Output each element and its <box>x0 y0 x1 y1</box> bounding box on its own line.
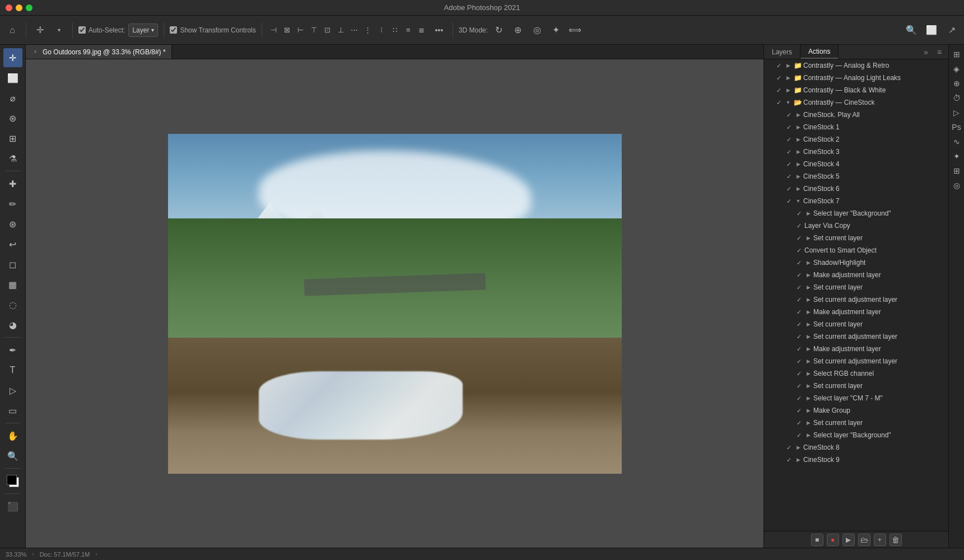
expand-select-cm7[interactable]: ▶ <box>804 394 812 402</box>
3d-move-icon[interactable]: ✦ <box>548 22 564 38</box>
move-tool-icon[interactable]: ✛ <box>32 22 48 38</box>
folder-button[interactable]: 🗁 <box>858 534 870 546</box>
expand-cinestock7[interactable]: ▼ <box>794 197 802 205</box>
expand-shadow-highlight[interactable]: ▶ <box>804 259 812 267</box>
crop-tool[interactable]: ⊞ <box>3 129 22 148</box>
action-item-make-adj-3[interactable]: ✓ ▶ Make adjustment layer <box>764 343 948 355</box>
active-tab[interactable]: × Go Outdoors 99.jpg @ 33.3% (RGB/8#) * <box>26 45 172 59</box>
action-item-make-adj-1[interactable]: ✓ ▶ Make adjustment layer <box>764 269 948 281</box>
align-left-icon[interactable]: ⊣ <box>268 24 280 36</box>
expand-select-bg-2[interactable]: ▶ <box>804 431 812 439</box>
layers-tab[interactable]: Layers <box>764 45 800 59</box>
export-strip-icon[interactable]: ⊞ <box>951 165 963 177</box>
distribute-top-icon[interactable]: ∷ <box>389 24 401 36</box>
tab-close-button[interactable]: × <box>31 48 39 56</box>
action-item-cinestock4[interactable]: ✓ ▶ CineStock 4 <box>764 158 948 170</box>
expand-play-all[interactable]: ▶ <box>794 111 802 119</box>
action-item-cinestock9[interactable]: ✓ ▶ CineStock 9 <box>764 454 948 466</box>
action-item-cinestock1[interactable]: ✓ ▶ CineStock 1 <box>764 121 948 133</box>
expand-select-rgb[interactable]: ▶ <box>804 370 812 377</box>
align-center-v-icon[interactable]: ⊡ <box>322 24 334 36</box>
expand-set-layer-1[interactable]: ▶ <box>804 234 812 242</box>
3d-roll-icon[interactable]: ◎ <box>529 22 545 38</box>
expand-set-adj-2[interactable]: ▶ <box>804 333 812 340</box>
move-tool[interactable]: ✛ <box>3 48 22 67</box>
action-item-select-background[interactable]: ✓ ▶ Select layer "Background" <box>764 207 948 220</box>
path-select-tool[interactable]: ▷ <box>3 381 22 400</box>
action-item-convert-smart[interactable]: ✓ Convert to Smart Object <box>764 244 948 256</box>
heal-tool[interactable]: ✚ <box>3 174 22 193</box>
paths-strip-icon[interactable]: ∿ <box>951 136 963 148</box>
action-group-analog-retro[interactable]: ✓ ▶ 📁 Contrastly — Analog & Retro <box>764 59 948 72</box>
expand-light-leaks[interactable]: ▶ <box>784 74 792 82</box>
action-group-light-leaks[interactable]: ✓ ▶ 📁 Contrastly — Analog Light Leaks <box>764 72 948 84</box>
align-right-icon[interactable]: ⊢ <box>295 24 307 36</box>
action-item-select-background-2[interactable]: ✓ ▶ Select layer "Background" <box>764 429 948 441</box>
expand-cinestock2[interactable]: ▶ <box>794 136 802 143</box>
close-button[interactable] <box>6 4 12 11</box>
actions-tab[interactable]: Actions <box>800 45 839 59</box>
align-top-icon[interactable]: ⊤ <box>308 24 320 36</box>
action-group-bw[interactable]: ✓ ▶ 📁 Contrastly — Black & White <box>764 84 948 96</box>
foreground-color-swatch[interactable] <box>7 475 17 485</box>
expand-cinestock1[interactable]: ▶ <box>794 123 802 131</box>
new-action-button[interactable]: + <box>874 534 886 546</box>
layers-strip-icon[interactable]: ⊞ <box>951 48 963 60</box>
3d-scale-icon[interactable]: ⟺ <box>567 22 583 38</box>
expand-make-group[interactable]: ▶ <box>804 407 812 414</box>
filter-strip-icon[interactable]: ✦ <box>951 150 963 162</box>
3d-pan-icon[interactable]: ⊕ <box>510 22 526 38</box>
action-item-set-adj-2[interactable]: ✓ ▶ Set current adjustment layer <box>764 330 948 343</box>
plugins-strip-icon[interactable]: ◎ <box>951 179 963 192</box>
status-expand[interactable]: › <box>96 551 97 557</box>
expand-set-adj-3[interactable]: ▶ <box>804 357 812 365</box>
home-icon[interactable]: ⌂ <box>4 22 20 38</box>
distribute-center-v-icon[interactable]: ≡ <box>402 24 415 36</box>
distribute-right-icon[interactable]: ⁝ <box>375 24 388 36</box>
expand-make-adj-2[interactable]: ▶ <box>804 308 812 316</box>
action-item-cinestock7[interactable]: ✓ ▼ CineStock 7 <box>764 195 948 207</box>
expand-set-adj-1[interactable]: ▶ <box>804 296 812 304</box>
action-item-cinestock5[interactable]: ✓ ▶ CineStock 5 <box>764 170 948 183</box>
expand-cinestock5[interactable]: ▶ <box>794 172 802 180</box>
action-item-shadow-highlight[interactable]: ✓ ▶ Shadow/Highlight <box>764 256 948 269</box>
properties-strip-icon[interactable]: ⊕ <box>951 77 963 90</box>
delete-button[interactable]: 🗑 <box>890 534 902 546</box>
panel-menu-icon[interactable]: ≡ <box>934 46 945 58</box>
action-item-cinestock3[interactable]: ✓ ▶ CineStock 3 <box>764 146 948 158</box>
action-item-select-cm7[interactable]: ✓ ▶ Select layer "CM 7 - M" <box>764 392 948 404</box>
action-item-cinestock8[interactable]: ✓ ▶ CineStock 8 <box>764 441 948 454</box>
distribute-bottom-icon[interactable]: ≣ <box>416 24 428 36</box>
hand-tool[interactable]: ✋ <box>3 426 22 445</box>
brush-tool[interactable]: ✏ <box>3 194 22 213</box>
expand-cinestock[interactable]: ▼ <box>784 99 792 106</box>
gradient-tool[interactable]: ▦ <box>3 275 22 294</box>
expand-set-layer-3[interactable]: ▶ <box>804 320 812 328</box>
actions-strip-icon[interactable]: ▷ <box>951 106 963 119</box>
shape-tool[interactable]: ▭ <box>3 401 22 420</box>
expand-set-layer-5[interactable]: ▶ <box>804 419 812 427</box>
workspace-icon[interactable]: ⬜ <box>924 22 939 38</box>
action-item-set-adj-1[interactable]: ✓ ▶ Set current adjustment layer <box>764 293 948 306</box>
search-icon[interactable]: 🔍 <box>904 22 919 38</box>
action-item-set-layer-2[interactable]: ✓ ▶ Set current layer <box>764 281 948 293</box>
panel-expand-icon[interactable]: » <box>920 46 932 58</box>
action-group-cinestock[interactable]: ✓ ▼ 📂 Contrastly — CineStock <box>764 96 948 109</box>
expand-cinestock4[interactable]: ▶ <box>794 160 802 168</box>
action-item-make-group[interactable]: ✓ ▶ Make Group <box>764 404 948 417</box>
action-item-layer-via-copy[interactable]: ✓ Layer Via Copy <box>764 220 948 232</box>
3d-rotate-icon[interactable]: ↻ <box>491 22 507 38</box>
dodge-tool[interactable]: ◕ <box>3 315 22 334</box>
eyedropper-tool[interactable]: ⚗ <box>3 149 22 168</box>
expand-set-layer-4[interactable]: ▶ <box>804 382 812 390</box>
zoom-tool[interactable]: 🔍 <box>3 446 22 465</box>
align-bottom-icon[interactable]: ⊥ <box>335 24 347 36</box>
move-options-icon[interactable]: ▾ <box>51 22 67 38</box>
expand-make-adj-1[interactable]: ▶ <box>804 271 812 279</box>
blur-tool[interactable]: ◌ <box>3 295 22 314</box>
distribute-center-h-icon[interactable]: ⋮ <box>362 24 374 36</box>
distribute-left-icon[interactable]: ⋯ <box>348 24 361 36</box>
action-item-set-layer-3[interactable]: ✓ ▶ Set current layer <box>764 318 948 330</box>
align-center-h-icon[interactable]: ⊠ <box>281 24 294 36</box>
action-item-play-all[interactable]: ✓ ▶ CineStock. Play All <box>764 109 948 121</box>
